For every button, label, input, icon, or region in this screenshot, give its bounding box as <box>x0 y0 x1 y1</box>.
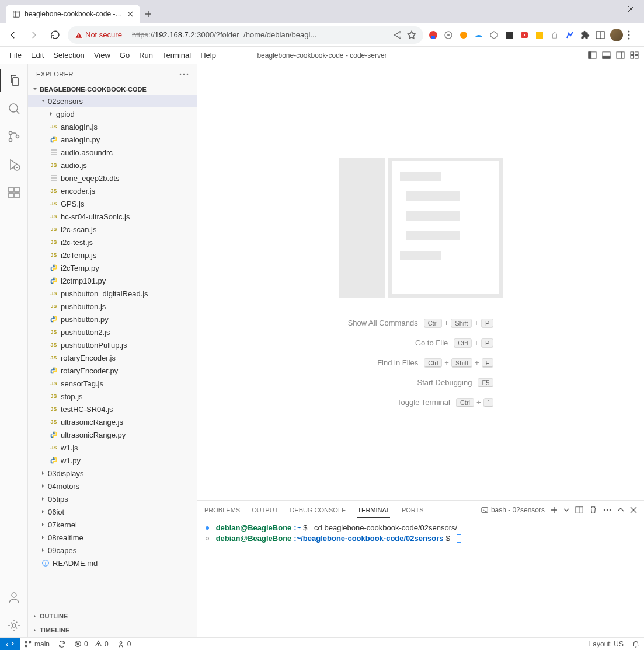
file-i2cTemp.py[interactable]: i2cTemp.py <box>28 261 197 274</box>
folder-04motors[interactable]: 04motors <box>28 480 197 492</box>
file-rotaryEncoder.js[interactable]: JSrotaryEncoder.js <box>28 351 197 364</box>
panel-tab-debug-console[interactable]: DEBUG CONSOLE <box>290 503 346 518</box>
explorer-icon[interactable] <box>0 69 28 92</box>
close-window-button[interactable] <box>617 0 644 18</box>
minimize-button[interactable] <box>563 0 590 18</box>
trash-icon[interactable] <box>589 506 597 514</box>
file-i2ctmp101.py[interactable]: i2ctmp101.py <box>28 274 197 287</box>
file-w1.py[interactable]: w1.py <box>28 454 197 467</box>
share-icon[interactable] <box>393 30 402 40</box>
ext-icon[interactable] <box>489 30 499 40</box>
layout-left-icon[interactable] <box>587 50 597 61</box>
reload-button[interactable] <box>47 27 63 43</box>
extensions-button[interactable] <box>580 30 590 40</box>
profile-avatar[interactable] <box>610 29 623 41</box>
file-ultrasonicRange.js[interactable]: JSultrasonicRange.js <box>28 415 197 428</box>
more-icon[interactable] <box>603 509 611 511</box>
close-icon[interactable] <box>126 10 134 18</box>
url-input[interactable]: Not secure https://192.168.7.2:3000/?fol… <box>68 26 423 44</box>
bookmark-icon[interactable] <box>407 30 416 40</box>
file-i2cTemp.js[interactable]: JSi2cTemp.js <box>28 249 197 261</box>
new-terminal-icon[interactable] <box>551 506 558 513</box>
menu-go[interactable]: Go <box>115 48 134 62</box>
layout-status[interactable]: Layout: US <box>585 640 628 648</box>
ext-icon[interactable] <box>443 30 454 40</box>
folder-03displays[interactable]: 03displays <box>28 467 197 480</box>
timeline-section[interactable]: TIMELINE <box>28 623 197 637</box>
split-terminal-icon[interactable] <box>575 506 583 514</box>
folder-05tips[interactable]: 05tips <box>28 492 197 505</box>
file-testHC-SR04.js[interactable]: JStestHC-SR04.js <box>28 403 197 415</box>
git-branch[interactable]: main <box>20 640 54 648</box>
folder-08realtime[interactable]: 08realtime <box>28 531 197 544</box>
folder-09capes[interactable]: 09capes <box>28 544 197 557</box>
panel-tab-output[interactable]: OUTPUT <box>252 503 278 518</box>
file-GPS.js[interactable]: JSGPS.js <box>28 197 197 210</box>
file-pushbutton_digitalRead.js[interactable]: JSpushbutton_digitalRead.js <box>28 287 197 300</box>
file-pushbutton2.js[interactable]: JSpushbutton2.js <box>28 326 197 338</box>
new-tab-button[interactable] <box>140 6 156 22</box>
file-bone_eqep2b.dts[interactable]: bone_eqep2b.dts <box>28 172 197 184</box>
panel-tab-terminal[interactable]: TERMINAL <box>357 503 390 518</box>
file-sensorTag.js[interactable]: JSsensorTag.js <box>28 377 197 390</box>
back-button[interactable] <box>5 27 21 43</box>
remote-button[interactable] <box>0 638 20 651</box>
file-readme[interactable]: README.md <box>28 557 197 569</box>
file-stop.js[interactable]: JSstop.js <box>28 390 197 403</box>
menu-file[interactable]: File <box>5 48 26 62</box>
close-panel-icon[interactable] <box>630 506 637 513</box>
project-root[interactable]: BEAGLEBONE-COOKBOOK-CODE <box>28 84 197 95</box>
folder-02sensors[interactable]: 02sensors <box>28 95 197 107</box>
menu-run[interactable]: Run <box>134 48 158 62</box>
ext-icon[interactable] <box>458 30 469 40</box>
file-i2c-scan.js[interactable]: JSi2c-scan.js <box>28 223 197 236</box>
errors-warnings[interactable]: 0 0 <box>70 640 113 648</box>
file-ultrasonicRange.py[interactable]: ultrasonicRange.py <box>28 428 197 441</box>
ext-icon[interactable] <box>474 30 484 40</box>
bell-icon[interactable] <box>628 640 644 648</box>
ext-icon[interactable] <box>504 30 514 40</box>
settings-icon[interactable] <box>0 614 28 637</box>
panel-icon[interactable] <box>595 30 605 40</box>
file-rotaryEncoder.py[interactable]: rotaryEncoder.py <box>28 364 197 377</box>
menu-selection[interactable]: Selection <box>48 48 89 62</box>
terminal-output[interactable]: debian@BeagleBone:~$ cd beaglebone-cookb… <box>197 519 644 637</box>
search-icon[interactable] <box>0 97 28 120</box>
file-audio.js[interactable]: JSaudio.js <box>28 159 197 172</box>
ext-icon[interactable] <box>565 30 575 40</box>
sync-icon[interactable] <box>54 640 70 648</box>
source-control-icon[interactable] <box>0 125 28 148</box>
browser-tab[interactable]: beaglebone-cookbook-code - co <box>6 5 140 23</box>
file-analogIn.py[interactable]: analogIn.py <box>28 133 197 146</box>
maximize-panel-icon[interactable] <box>617 508 624 512</box>
forward-button[interactable] <box>26 27 42 43</box>
folder-gpiod[interactable]: gpiod <box>28 107 197 120</box>
folder-06iot[interactable]: 06iot <box>28 505 197 518</box>
run-debug-icon[interactable] <box>0 153 28 176</box>
customize-layout-icon[interactable] <box>629 50 639 61</box>
chevron-down-icon[interactable] <box>563 508 569 512</box>
chrome-menu-icon[interactable] <box>628 30 639 40</box>
file-w1.js[interactable]: JSw1.js <box>28 441 197 454</box>
file-analogIn.js[interactable]: JSanalogIn.js <box>28 120 197 133</box>
outline-section[interactable]: OUTLINE <box>28 609 197 623</box>
menu-edit[interactable]: Edit <box>26 48 48 62</box>
more-icon[interactable] <box>179 73 189 75</box>
layout-bottom-icon[interactable] <box>601 50 611 61</box>
file-pushbutton.py[interactable]: pushbutton.py <box>28 313 197 326</box>
panel-tab-problems[interactable]: PROBLEMS <box>204 503 240 518</box>
account-icon[interactable] <box>0 586 28 609</box>
ext-icon[interactable] <box>534 30 545 40</box>
file-pushbutton.js[interactable]: JSpushbutton.js <box>28 300 197 313</box>
ext-icon[interactable] <box>519 30 530 40</box>
terminal-shell-icon[interactable]: bash - 02sensors <box>481 506 545 514</box>
file-pushbuttonPullup.js[interactable]: JSpushbuttonPullup.js <box>28 338 197 351</box>
ext-icon[interactable] <box>428 30 438 40</box>
file-audio.asoundrc[interactable]: audio.asoundrc <box>28 146 197 159</box>
menu-terminal[interactable]: Terminal <box>158 48 196 62</box>
layout-right-icon[interactable] <box>615 50 625 61</box>
maximize-button[interactable] <box>590 0 617 18</box>
ports-status[interactable]: 0 <box>113 640 135 648</box>
menu-view[interactable]: View <box>89 48 115 62</box>
folder-07kernel[interactable]: 07kernel <box>28 518 197 531</box>
